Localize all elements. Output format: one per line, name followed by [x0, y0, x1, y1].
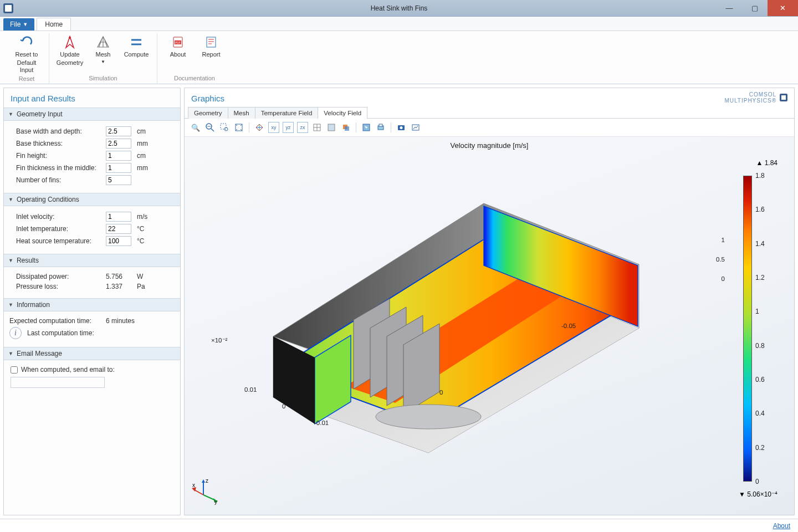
- chevron-down-icon: ▼: [8, 302, 13, 308]
- svg-text:PDF: PDF: [175, 41, 181, 44]
- yz-view-icon[interactable]: yz: [283, 122, 294, 133]
- svg-marker-48: [202, 479, 205, 483]
- select-icon[interactable]: [361, 122, 372, 133]
- export-image-icon[interactable]: [410, 122, 421, 133]
- colorbar-tick: 0.8: [755, 342, 765, 350]
- snapshot-icon[interactable]: [396, 122, 407, 133]
- default-view-icon[interactable]: [254, 122, 265, 133]
- svg-text:z: z: [206, 478, 208, 484]
- svg-point-0: [69, 37, 71, 39]
- caret-down-icon: ▼: [23, 22, 28, 27]
- email-input[interactable]: [11, 377, 105, 388]
- zoom-extents-icon[interactable]: [233, 122, 244, 133]
- about-link[interactable]: About: [773, 522, 790, 530]
- svg-rect-6: [207, 37, 216, 47]
- ribbon-group-simulation: UpdateGeometry Mesh▼ Compute Simulation: [49, 33, 157, 84]
- svg-point-45: [376, 405, 481, 429]
- app-icon: [3, 3, 13, 13]
- zoom-box-icon[interactable]: [219, 122, 230, 133]
- graphics-canvas[interactable]: Velocity magnitude [m/s]: [185, 137, 794, 515]
- mesh-icon: [95, 34, 111, 50]
- colorbar-tick: 1: [755, 308, 759, 315]
- grid-icon[interactable]: [311, 122, 323, 133]
- section-information[interactable]: ▼Information: [4, 298, 180, 311]
- about-button[interactable]: PDF About: [163, 33, 193, 59]
- svg-rect-26: [379, 124, 382, 126]
- section-results[interactable]: ▼Results: [4, 254, 180, 267]
- reset-to-default-button[interactable]: Reset to Default Input: [10, 33, 43, 75]
- inlet-temperature-input[interactable]: [106, 224, 131, 234]
- colorbar-tick: 1.6: [755, 206, 765, 213]
- plot-title: Velocity magnitude [m/s]: [451, 141, 529, 150]
- chevron-down-icon: ▼: [8, 197, 13, 202]
- minimize-button[interactable]: —: [717, 0, 742, 16]
- svg-text:x: x: [192, 482, 195, 488]
- zx-view-icon[interactable]: zx: [297, 122, 308, 133]
- section-geometry-input[interactable]: ▼Geometry Input: [4, 108, 180, 121]
- tab-home[interactable]: Home: [37, 18, 71, 30]
- inlet-velocity-input[interactable]: [106, 212, 131, 222]
- tab-temperature-field[interactable]: Temperature Field: [255, 107, 319, 119]
- comsol-brand: COMSOLMULTIPHYSICS®: [724, 91, 787, 104]
- zoom-out-icon[interactable]: [204, 122, 216, 133]
- colorbar-min: ▼ 5.06×10⁻⁴: [739, 490, 777, 498]
- close-button[interactable]: ✕: [768, 0, 798, 16]
- scene-light-icon[interactable]: [326, 122, 337, 133]
- ribbon-group-reset: Reset to Default Input Reset: [4, 33, 49, 84]
- transparency-icon[interactable]: [340, 122, 351, 133]
- axis-triad: z y x: [192, 477, 220, 505]
- dissipated-power-value: 5.756: [106, 273, 131, 280]
- colorbar-max: ▲ 1.84: [756, 159, 777, 167]
- comsol-logo-icon: [780, 94, 787, 101]
- xy-view-icon[interactable]: xy: [268, 122, 279, 133]
- graphics-tabs: Geometry Mesh Temperature Field Velocity…: [185, 106, 794, 119]
- undo-icon: [19, 34, 34, 50]
- file-menu[interactable]: File▼: [3, 18, 34, 30]
- number-of-fins-input[interactable]: [106, 175, 131, 185]
- svg-text:y: y: [214, 499, 217, 505]
- compute-button[interactable]: Compute: [121, 33, 151, 68]
- velocity-field-scene: [218, 170, 650, 458]
- mesh-button[interactable]: Mesh▼: [88, 33, 118, 68]
- update-geometry-button[interactable]: UpdateGeometry: [55, 33, 85, 68]
- chevron-down-icon: ▼: [8, 351, 13, 356]
- base-thickness-input[interactable]: [106, 139, 131, 149]
- print-icon[interactable]: [375, 122, 386, 133]
- fin-thickness-input[interactable]: [106, 163, 131, 173]
- section-email-message[interactable]: ▼Email Message: [4, 347, 180, 360]
- svg-rect-21: [328, 124, 335, 131]
- colorbar-tick: 0.6: [755, 376, 765, 383]
- colorbar-tick: 0.4: [755, 410, 765, 417]
- section-operating-conditions[interactable]: ▼Operating Conditions: [4, 193, 180, 206]
- colorbar: ▲ 1.84 1.81.61.41.210.80.60.40.20 ▼ 5.06…: [733, 159, 777, 498]
- tab-geometry[interactable]: Geometry: [188, 107, 228, 119]
- zoom-in-icon[interactable]: 🔍: [190, 122, 201, 133]
- status-bar: About: [0, 519, 798, 532]
- colorbar-tick: 0: [755, 478, 759, 485]
- tab-mesh[interactable]: Mesh: [228, 107, 255, 119]
- heat-source-temperature-input[interactable]: [106, 236, 131, 246]
- report-button[interactable]: Report: [196, 33, 226, 59]
- tab-velocity-field[interactable]: Velocity Field: [318, 107, 367, 119]
- send-email-checkbox[interactable]: [11, 366, 18, 374]
- svg-rect-23: [345, 126, 349, 131]
- colorbar-tick: 1.8: [755, 172, 765, 180]
- panel-title: Input and Results: [4, 88, 180, 108]
- graphics-panel: Graphics COMSOLMULTIPHYSICS® Geometry Me…: [184, 88, 795, 515]
- fin-height-input[interactable]: [106, 151, 131, 161]
- pdf-icon: PDF: [170, 34, 186, 50]
- graphics-toolbar: 🔍 xy yz zx: [185, 119, 794, 137]
- base-width-depth-input[interactable]: [106, 126, 131, 136]
- compass-icon: [62, 34, 78, 50]
- svg-rect-13: [221, 124, 226, 129]
- colorbar-tick: 1.4: [755, 240, 765, 248]
- ribbon-group-documentation: PDF About Report Documentation: [157, 33, 232, 84]
- equals-icon: [129, 34, 144, 50]
- pressure-loss-value: 1.337: [106, 283, 131, 290]
- chevron-down-icon: ▼: [8, 258, 13, 263]
- graphics-title: Graphics: [185, 88, 794, 106]
- svg-line-11: [211, 129, 214, 131]
- window-title: Heat Sink with Fins: [371, 4, 428, 12]
- menu-bar: File▼ Home: [0, 17, 798, 31]
- maximize-button[interactable]: ▢: [742, 0, 768, 16]
